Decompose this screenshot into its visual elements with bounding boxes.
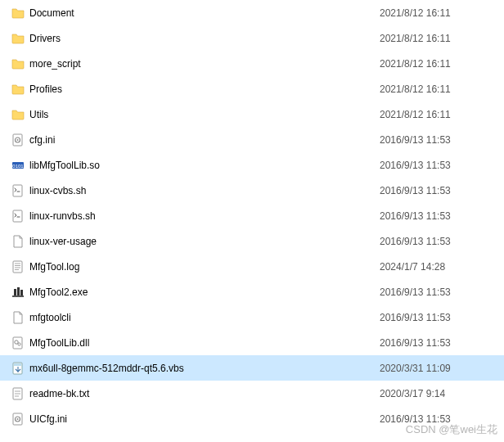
file-row[interactable]: Document2021/8/12 16:11 [0, 0, 504, 25]
file-name: UICfg.ini [29, 413, 380, 425]
file-name: cfg.ini [29, 134, 380, 146]
file-row[interactable]: linux-ver-usage2016/9/13 11:53 [0, 228, 504, 254]
file-name: Profiles [29, 83, 380, 95]
so-icon: 0101 [11, 159, 25, 172]
svg-rect-14 [20, 290, 23, 295]
svg-point-26 [17, 418, 19, 420]
file-icon [11, 311, 25, 324]
file-name: mfgtoolcli [29, 312, 380, 323]
file-row[interactable]: MfgTool2.exe2016/9/13 11:53 [0, 279, 504, 304]
file-row[interactable]: MfgToolLib.dll2016/9/13 11:53 [0, 330, 504, 355]
ini-icon [11, 413, 25, 426]
svg-rect-5 [13, 185, 22, 196]
file-row[interactable]: Profiles2021/8/12 16:11 [0, 76, 504, 101]
file-date: 2021/8/12 16:11 [380, 7, 504, 19]
file-date: 2021/8/12 16:11 [380, 83, 504, 95]
file-row[interactable]: readme-bk.txt2020/3/17 9:14 [0, 381, 504, 406]
file-name: linux-ver-usage [29, 236, 380, 247]
file-name: Drivers [29, 33, 380, 44]
svg-rect-12 [14, 289, 16, 295]
file-date: 2016/9/13 11:53 [380, 236, 504, 247]
file-name: MfgTool.log [29, 261, 380, 273]
file-name: readme-bk.txt [29, 388, 380, 399]
folder-icon [11, 57, 25, 70]
svg-rect-15 [12, 295, 24, 297]
folder-icon [11, 83, 25, 96]
file-row[interactable]: cfg.ini2016/9/13 11:53 [0, 127, 504, 152]
file-row[interactable]: MfgTool.log2024/1/7 14:28 [0, 254, 504, 279]
file-name: libMfgToolLib.so [29, 160, 380, 171]
svg-rect-13 [17, 287, 20, 295]
file-name: MfgTool2.exe [29, 286, 380, 298]
file-date: 2016/9/13 11:53 [380, 210, 504, 222]
svg-rect-6 [13, 210, 22, 222]
file-date: 2020/3/31 11:09 [380, 363, 504, 374]
file-date: 2016/9/13 11:53 [380, 413, 504, 425]
sh-icon [11, 184, 25, 197]
file-row[interactable]: Utils2021/8/12 16:11 [0, 101, 504, 127]
vbs-icon [11, 362, 25, 375]
file-row[interactable]: more_script2021/8/12 16:11 [0, 51, 504, 76]
file-date: 2016/9/13 11:53 [380, 160, 504, 171]
file-date: 2016/9/13 11:53 [380, 286, 504, 298]
dll-icon [11, 336, 25, 350]
svg-rect-7 [13, 261, 22, 273]
folder-icon [11, 7, 25, 20]
file-name: more_script [29, 58, 380, 70]
txt-icon [11, 387, 25, 400]
file-list[interactable]: Document2021/8/12 16:11Drivers2021/8/12 … [0, 0, 504, 431]
folder-icon [11, 32, 25, 45]
file-name: MfgToolLib.dll [29, 337, 380, 349]
file-icon [11, 235, 25, 248]
sh-icon [11, 210, 25, 223]
exe-icon [11, 286, 25, 299]
file-date: 2016/9/13 11:53 [380, 337, 504, 349]
file-name: mx6ull-8gemmc-512mddr-qt5.6.vbs [29, 363, 380, 374]
file-date: 2016/9/13 11:53 [380, 134, 504, 146]
folder-icon [11, 108, 25, 121]
file-date: 2021/8/12 16:11 [380, 109, 504, 120]
file-name: linux-runvbs.sh [29, 210, 380, 222]
file-name: Utils [29, 109, 380, 120]
file-row[interactable]: Drivers2021/8/12 16:11 [0, 25, 504, 51]
file-row[interactable]: 0101libMfgToolLib.so2016/9/13 11:53 [0, 152, 504, 178]
file-date: 2021/8/12 16:11 [380, 33, 504, 44]
file-row[interactable]: linux-cvbs.sh2016/9/13 11:53 [0, 178, 504, 203]
file-date: 2021/8/12 16:11 [380, 58, 504, 70]
file-row[interactable]: mx6ull-8gemmc-512mddr-qt5.6.vbs2020/3/31… [0, 355, 504, 381]
file-date: 2020/3/17 9:14 [380, 388, 504, 399]
svg-point-2 [17, 139, 19, 141]
file-row[interactable]: UICfg.ini2016/9/13 11:53 [0, 406, 504, 431]
file-name: linux-cvbs.sh [29, 185, 380, 196]
ini-icon [11, 133, 25, 147]
file-row[interactable]: linux-runvbs.sh2016/9/13 11:53 [0, 203, 504, 228]
log-icon [11, 260, 25, 273]
file-row[interactable]: mfgtoolcli2016/9/13 11:53 [0, 304, 504, 330]
file-name: Document [29, 7, 380, 19]
file-date: 2016/9/13 11:53 [380, 185, 504, 196]
file-date: 2016/9/13 11:53 [380, 312, 504, 323]
svg-text:0101: 0101 [12, 163, 24, 168]
file-date: 2024/1/7 14:28 [380, 261, 504, 273]
